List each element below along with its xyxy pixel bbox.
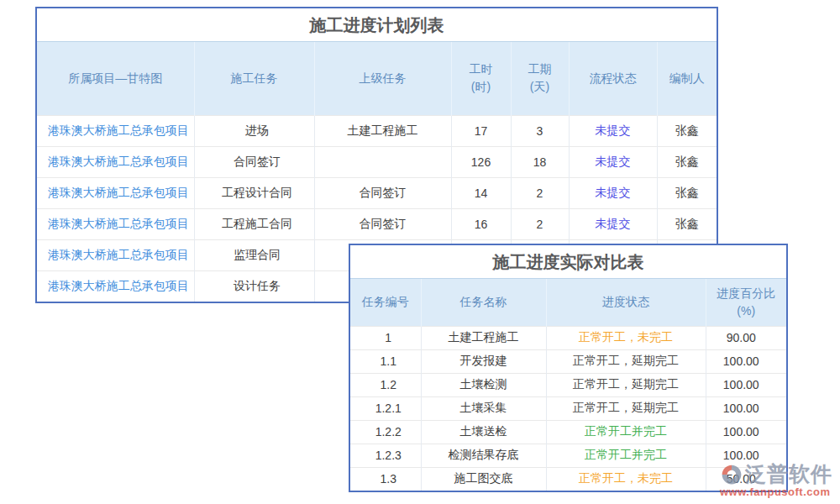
col-header-project-gantt: 所属项目—甘特图 (37, 42, 194, 115)
status-link[interactable]: 未提交 (596, 123, 631, 137)
status-link[interactable]: 未提交 (596, 155, 631, 168)
progress-status-cell: 正常开工，未完工 (546, 326, 706, 349)
col-header-flow-status: 流程状态 (569, 42, 657, 115)
flow-status-cell: 未提交 (569, 177, 657, 208)
percent-cell: 90.00 (706, 326, 786, 349)
project-link[interactable]: 港珠澳大桥施工总承包项目 (48, 248, 189, 261)
task-no-cell: 1.2.3 (350, 444, 421, 467)
col-header-task: 施工任务 (194, 42, 314, 115)
hours-cell: 16 (451, 208, 511, 239)
percent-cell: 50.00 (706, 467, 786, 491)
table-row: 港珠澳大桥施工总承包项目 进场 土建工程施工 17 3 未提交 张鑫 (37, 115, 717, 146)
table-row: 1.3 施工图交底 正常开工，未完工 50.00 (350, 467, 786, 491)
task-name-cell: 土建工程施工 (421, 326, 546, 349)
author-cell: 张鑫 (657, 208, 717, 239)
project-link[interactable]: 港珠澳大桥施工总承包项目 (48, 186, 189, 199)
task-no-cell: 1 (350, 326, 421, 349)
task-name-cell: 施工图交底 (421, 467, 546, 491)
plan-table-title: 施工进度计划列表 (37, 8, 717, 42)
percent-cell: 100.00 (706, 444, 786, 467)
project-link[interactable]: 港珠澳大桥施工总承包项目 (48, 155, 189, 168)
project-cell: 港珠澳大桥施工总承包项目 (37, 115, 194, 146)
col-header-days: 工期 (天) (511, 42, 569, 115)
col-header-parent-task: 上级任务 (314, 42, 451, 115)
hours-cell: 126 (451, 146, 511, 177)
status-link[interactable]: 未提交 (596, 186, 631, 199)
task-name-cell: 土壤采集 (421, 396, 546, 420)
project-cell: 港珠澳大桥施工总承包项目 (37, 177, 194, 208)
task-cell: 进场 (194, 115, 314, 146)
progress-status-cell: 正常开工，未完工 (546, 467, 706, 491)
plan-header-row: 所属项目—甘特图 施工任务 上级任务 工时 (时) 工期 (天) 流程状态 编制… (37, 42, 717, 115)
table-row: 1.2.3 检测结果存底 正常开工并完工 100.00 (350, 444, 786, 467)
compare-table-grid: 任务编号 任务名称 进度状态 进度百分比 (%) 1 土建工程施工 正常开工，未… (350, 279, 786, 491)
author-cell: 张鑫 (657, 177, 717, 208)
progress-status-cell: 正常开工，延期完工 (546, 396, 706, 420)
project-cell: 港珠澳大桥施工总承包项目 (37, 270, 194, 302)
table-row: 1 土建工程施工 正常开工，未完工 90.00 (350, 326, 786, 349)
table-row: 1.2 土壤检测 正常开工，延期完工 100.00 (350, 373, 786, 396)
table-row: 1.2.1 土壤采集 正常开工，延期完工 100.00 (350, 396, 786, 420)
percent-cell: 100.00 (706, 349, 786, 373)
progress-status-cell: 正常开工并完工 (546, 444, 706, 467)
task-name-cell: 开发报建 (421, 349, 546, 373)
percent-cell: 100.00 (706, 396, 786, 420)
task-name-cell: 土壤送检 (421, 420, 546, 444)
table-row: 1.1 开发报建 正常开工，延期完工 100.00 (350, 349, 786, 373)
project-cell: 港珠澳大桥施工总承包项目 (37, 146, 194, 177)
task-no-cell: 1.1 (350, 349, 421, 373)
hours-cell: 14 (451, 177, 511, 208)
col-header-author: 编制人 (657, 42, 717, 115)
flow-status-cell: 未提交 (569, 208, 657, 239)
task-no-cell: 1.2 (350, 373, 421, 396)
task-no-cell: 1.2.2 (350, 420, 421, 444)
percent-cell: 100.00 (706, 420, 786, 444)
task-cell: 设计任务 (194, 270, 314, 302)
flow-status-cell: 未提交 (569, 146, 657, 177)
project-cell: 港珠澳大桥施工总承包项目 (37, 208, 194, 239)
hours-cell: 17 (451, 115, 511, 146)
percent-cell: 100.00 (706, 373, 786, 396)
col-header-task-name: 任务名称 (421, 279, 546, 326)
compare-table: 施工进度实际对比表 任务编号 任务名称 进度状态 进度百分比 (%) 1 土建工… (349, 244, 788, 492)
project-cell: 港珠澳大桥施工总承包项目 (37, 239, 194, 270)
progress-status-cell: 正常开工，延期完工 (546, 373, 706, 396)
col-header-task-no: 任务编号 (350, 279, 421, 326)
compare-header-row: 任务编号 任务名称 进度状态 进度百分比 (%) (350, 279, 786, 326)
task-name-cell: 土壤检测 (421, 373, 546, 396)
task-no-cell: 1.2.1 (350, 396, 421, 420)
parent-task-cell: 土建工程施工 (314, 115, 451, 146)
table-row: 1.2.2 土壤送检 正常开工并完工 100.00 (350, 420, 786, 444)
col-header-progress-percent: 进度百分比 (%) (706, 279, 786, 326)
days-cell: 18 (511, 146, 569, 177)
flow-status-cell: 未提交 (569, 115, 657, 146)
table-row: 港珠澳大桥施工总承包项目 工程施工合同 合同签订 16 2 未提交 张鑫 (37, 208, 717, 239)
task-cell: 工程设计合同 (194, 177, 314, 208)
days-cell: 2 (511, 177, 569, 208)
col-header-hours: 工时 (时) (451, 42, 511, 115)
parent-task-cell (314, 146, 451, 177)
task-cell: 监理合同 (194, 239, 314, 270)
days-cell: 3 (511, 115, 569, 146)
task-cell: 合同签订 (194, 146, 314, 177)
task-name-cell: 检测结果存底 (421, 444, 546, 467)
progress-status-cell: 正常开工并完工 (546, 420, 706, 444)
parent-task-cell: 合同签订 (314, 208, 451, 239)
table-row: 港珠澳大桥施工总承包项目 合同签订 126 18 未提交 张鑫 (37, 146, 717, 177)
progress-status-cell: 正常开工，延期完工 (546, 349, 706, 373)
project-link[interactable]: 港珠澳大桥施工总承包项目 (48, 123, 189, 137)
table-row: 港珠澳大桥施工总承包项目 工程设计合同 合同签订 14 2 未提交 张鑫 (37, 177, 717, 208)
project-link[interactable]: 港珠澳大桥施工总承包项目 (48, 279, 189, 292)
task-cell: 工程施工合同 (194, 208, 314, 239)
compare-table-title: 施工进度实际对比表 (350, 245, 786, 279)
days-cell: 2 (511, 208, 569, 239)
author-cell: 张鑫 (657, 115, 717, 146)
parent-task-cell: 合同签订 (314, 177, 451, 208)
col-header-progress-status: 进度状态 (546, 279, 706, 326)
project-link[interactable]: 港珠澳大桥施工总承包项目 (48, 217, 189, 230)
task-no-cell: 1.3 (350, 467, 421, 491)
status-link[interactable]: 未提交 (596, 217, 631, 230)
author-cell: 张鑫 (657, 146, 717, 177)
